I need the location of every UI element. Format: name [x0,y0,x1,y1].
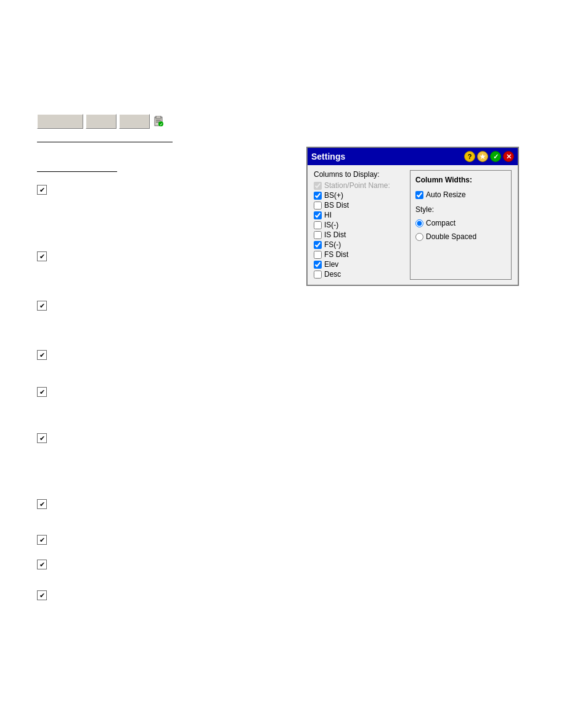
col-label-fs-minus: FS(-) [324,240,341,249]
toolbar: ✓ [37,114,165,129]
settings-titlebar: Settings ? ★ ✓ ✕ [308,148,518,165]
col-item-bs-plus: BS(+) [314,191,405,200]
col-checkbox-desc[interactable] [314,271,322,279]
checkbox-checked-icon: ✔ [37,590,47,600]
settings-dialog: Settings ? ★ ✓ ✕ Columns to Display: Sta… [306,147,519,286]
compact-radio[interactable] [415,219,423,227]
underline-long [37,142,173,142]
checkbox-checked-icon: ✔ [37,185,47,195]
col-widths-title: Column Widths: [415,176,506,184]
col-label-is-dist: IS Dist [324,230,346,239]
checkbox-checked-icon: ✔ [37,499,47,509]
checkbox-checked-icon: ✔ [37,251,47,261]
main-checkbox-5[interactable]: ✔ [37,387,47,397]
auto-resize-label: Auto Resize [426,190,466,199]
help-button[interactable]: ? [464,151,475,162]
checkbox-checked-icon: ✔ [37,387,47,397]
col-widths-panel: Column Widths: Auto Resize Style: Compac… [410,170,512,280]
col-checkbox-station[interactable] [314,182,322,190]
double-spaced-radio-row: Double Spaced [415,232,506,241]
col-checkbox-fs-minus[interactable] [314,241,322,249]
ok-button[interactable]: ✓ [490,151,501,162]
compact-radio-row: Compact [415,219,506,227]
col-checkbox-elev[interactable] [314,261,322,269]
main-checkbox-3[interactable]: ✔ [37,301,47,311]
main-checkbox-2[interactable]: ✔ [37,251,47,261]
close-button[interactable]: ✕ [503,151,514,162]
checkbox-checked-icon: ✔ [37,301,47,311]
main-checkbox-6[interactable]: ✔ [37,433,47,443]
clipboard-icon[interactable]: ✓ [152,115,165,128]
col-label-desc: Desc [324,270,341,279]
checkbox-checked-icon: ✔ [37,560,47,569]
col-checkbox-is-minus[interactable] [314,221,322,229]
toolbar-button-2[interactable] [86,114,116,129]
col-checkbox-bs-plus[interactable] [314,192,322,200]
svg-rect-1 [156,116,161,118]
main-checkbox-7[interactable]: ✔ [37,499,47,509]
col-label-bs-dist: BS Dist [324,201,349,210]
col-label-elev: Elev [324,260,338,269]
main-checkbox-10[interactable]: ✔ [37,590,47,600]
checkbox-checked-icon: ✔ [37,350,47,360]
col-item-is-minus: IS(-) [314,221,405,229]
col-label-hi: HI [324,211,332,219]
col-label-station: Station/Point Name: [324,181,390,190]
col-item-hi: HI [314,211,405,219]
col-item-is-dist: IS Dist [314,230,405,239]
main-checkbox-8[interactable]: ✔ [37,535,47,545]
col-label-bs-plus: BS(+) [324,191,343,200]
col-item-station: Station/Point Name: [314,181,405,190]
auto-resize-row: Auto Resize [415,190,506,199]
col-item-elev: Elev [314,260,405,269]
settings-title: Settings [311,152,345,161]
toolbar-button-3[interactable] [119,114,150,129]
col-label-fs-dist: FS Dist [324,250,348,259]
col-item-desc: Desc [314,270,405,279]
auto-resize-checkbox[interactable] [415,191,423,199]
titlebar-buttons: ? ★ ✓ ✕ [464,151,514,162]
compact-label: Compact [426,219,455,227]
style-label: Style: [415,205,506,214]
col-checkbox-bs-dist[interactable] [314,202,322,210]
col-label-is-minus: IS(-) [324,221,338,229]
columns-section: Columns to Display: Station/Point Name: … [314,170,405,280]
star-button[interactable]: ★ [477,151,488,162]
main-checkbox-4[interactable]: ✔ [37,350,47,360]
col-checkbox-is-dist[interactable] [314,231,322,239]
main-checkbox-9[interactable]: ✔ [37,560,47,569]
checkbox-checked-icon: ✔ [37,535,47,545]
main-checkbox-1[interactable]: ✔ [37,185,47,195]
double-spaced-label: Double Spaced [426,232,476,241]
checkbox-checked-icon: ✔ [37,433,47,443]
col-item-bs-dist: BS Dist [314,201,405,210]
col-checkbox-hi[interactable] [314,211,322,219]
columns-label: Columns to Display: [314,170,405,179]
underline-short [37,171,117,172]
svg-text:✓: ✓ [160,123,163,126]
settings-body: Columns to Display: Station/Point Name: … [308,165,518,285]
toolbar-button-1[interactable] [37,114,83,129]
col-item-fs-minus: FS(-) [314,240,405,249]
double-spaced-radio[interactable] [415,233,423,241]
col-item-fs-dist: FS Dist [314,250,405,259]
col-checkbox-fs-dist[interactable] [314,251,322,259]
